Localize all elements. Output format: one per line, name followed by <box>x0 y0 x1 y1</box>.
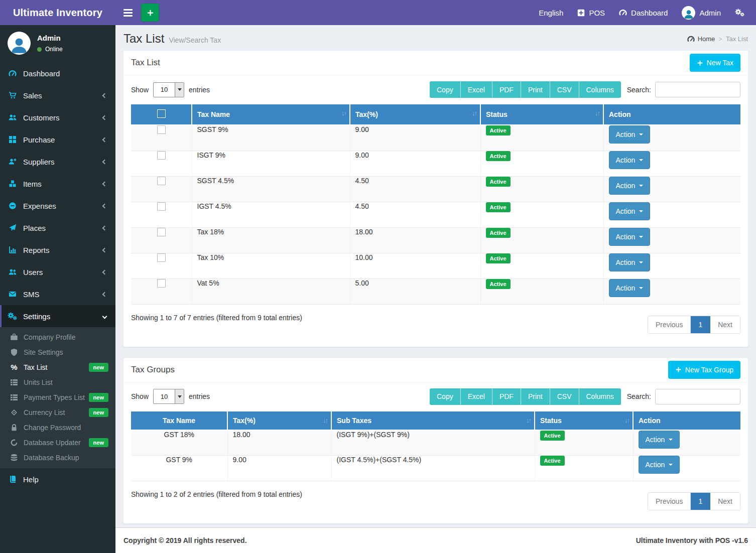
sidebar-item-items[interactable]: Items <box>0 173 115 195</box>
sort-icon[interactable]: ↓↑ <box>341 109 346 117</box>
table-row: Tax 18% 18.00 Active Action <box>131 227 740 253</box>
sidebar-item-reports[interactable]: Reports <box>0 239 115 261</box>
row-checkbox[interactable] <box>157 202 166 211</box>
sidebar-item-tax-list[interactable]: % Tax List new <box>0 360 115 375</box>
breadcrumb-home-link[interactable]: Home <box>687 35 715 43</box>
pos-link[interactable]: POS <box>570 0 612 25</box>
language-menu[interactable]: English <box>532 0 570 25</box>
sidebar-item-database-updater[interactable]: Database Updater new <box>0 435 115 450</box>
action-dropdown-button[interactable]: Action <box>639 431 680 449</box>
sidebar-item-label: Users <box>23 268 43 276</box>
row-checkbox[interactable] <box>157 125 166 134</box>
pagination: Previous 1 Next <box>648 492 740 510</box>
pagination-page-1[interactable]: 1 <box>691 316 710 333</box>
row-checkbox[interactable] <box>157 151 166 160</box>
sidebar-item-suppliers[interactable]: Suppliers <box>0 151 115 173</box>
sidebar-item-expenses[interactable]: Expenses <box>0 195 115 217</box>
csv-button[interactable]: CSV <box>550 388 579 405</box>
action-dropdown-button[interactable]: Action <box>609 125 651 144</box>
action-dropdown-button[interactable]: Action <box>609 253 651 271</box>
sidebar-item-places[interactable]: Places <box>0 217 115 239</box>
sidebar-item-company-profile[interactable]: Company Profile <box>0 330 115 345</box>
sidebar-item-units-list[interactable]: Units List <box>0 375 115 390</box>
column-header-action: Action <box>603 104 740 125</box>
columns-button[interactable]: Columns <box>579 388 621 405</box>
sort-icon[interactable]: ↓↑ <box>526 417 531 424</box>
tax-name-cell: IGST 4.5% <box>192 202 350 227</box>
row-checkbox[interactable] <box>157 253 166 262</box>
sidebar-item-users[interactable]: Users <box>0 261 115 283</box>
settings-menu[interactable] <box>728 0 752 25</box>
new-tax-group-button[interactable]: New Tax Group <box>668 361 740 379</box>
page-length-select[interactable]: 10 <box>153 389 184 404</box>
excel-button[interactable]: Excel <box>461 81 492 98</box>
print-button[interactable]: Print <box>521 388 550 405</box>
action-dropdown-button[interactable]: Action <box>609 228 651 246</box>
action-dropdown-button[interactable]: Action <box>639 456 680 474</box>
sidebar-toggle-icon[interactable] <box>121 6 135 20</box>
sidebar-item-database-backup[interactable]: Database Backup <box>0 450 115 465</box>
sidebar-item-customers[interactable]: Customers <box>0 106 115 128</box>
sidebar-item-payment-types-list[interactable]: Payment Types List new <box>0 390 115 405</box>
sidebar-item-settings[interactable]: Settings <box>0 305 115 327</box>
sidebar-item-change-password[interactable]: Change Password <box>0 420 115 435</box>
sidebar-item-sms[interactable]: SMS <box>0 283 115 305</box>
excel-button[interactable]: Excel <box>461 388 492 405</box>
chevron-down-icon <box>102 314 107 319</box>
sort-icon[interactable]: ↓↑ <box>472 109 476 117</box>
search-input[interactable] <box>655 82 740 97</box>
sidebar-item-site-settings[interactable]: Site Settings <box>0 345 115 360</box>
column-header-tax-name[interactable]: Tax Name↓↑ <box>192 104 350 125</box>
row-checkbox[interactable] <box>157 279 166 288</box>
sort-icon[interactable]: ↓↑ <box>323 417 327 424</box>
search-input[interactable] <box>655 389 740 404</box>
sidebar-item-sales[interactable]: Sales <box>0 84 115 106</box>
column-header-tax-name[interactable]: Tax Name <box>131 411 227 430</box>
app-logo[interactable]: Ultimate Inventory <box>0 0 115 25</box>
row-checkbox[interactable] <box>157 177 166 185</box>
avatar <box>8 32 31 55</box>
diamond-icon <box>10 408 19 417</box>
column-header-sub-taxes[interactable]: Sub Taxes↓↑ <box>331 411 535 430</box>
row-checkbox[interactable] <box>157 228 166 236</box>
page-length-select[interactable]: 10 <box>153 82 184 97</box>
action-dropdown-button[interactable]: Action <box>609 151 651 169</box>
sort-icon[interactable]: ↓↑ <box>595 109 599 117</box>
pagination-next[interactable]: Next <box>710 316 740 333</box>
pagination-next[interactable]: Next <box>710 493 740 510</box>
select-all-checkbox[interactable] <box>157 109 166 118</box>
search-label: Search: <box>627 392 651 400</box>
dashboard-link[interactable]: Dashboard <box>612 0 675 25</box>
pdf-button[interactable]: PDF <box>492 388 521 405</box>
pagination-previous[interactable]: Previous <box>648 316 691 333</box>
copy-button[interactable]: Copy <box>430 81 461 98</box>
action-dropdown-button[interactable]: Action <box>609 202 651 220</box>
user-menu[interactable]: Admin <box>675 0 728 25</box>
new-badge: new <box>89 393 108 402</box>
sidebar-item-dashboard[interactable]: Dashboard <box>0 62 115 84</box>
sort-icon[interactable]: ↓↑ <box>624 417 629 424</box>
column-header-tax-percent[interactable]: Tax(%)↓↑ <box>227 411 331 430</box>
action-dropdown-button[interactable]: Action <box>609 279 651 297</box>
pagination-page-1[interactable]: 1 <box>691 493 710 510</box>
action-dropdown-button[interactable]: Action <box>609 177 651 195</box>
columns-button[interactable]: Columns <box>579 81 621 98</box>
print-button[interactable]: Print <box>521 81 550 98</box>
column-header-tax-percent[interactable]: Tax(%)↓↑ <box>350 104 480 125</box>
sidebar-item-help[interactable]: Help <box>0 468 115 490</box>
new-tax-button[interactable]: New Tax <box>690 54 740 72</box>
pagination-previous[interactable]: Previous <box>648 493 691 510</box>
search-label: Search: <box>627 86 651 94</box>
copy-button[interactable]: Copy <box>430 388 461 405</box>
table-row: SGST 9% 9.00 Active Action <box>131 125 740 151</box>
sidebar-item-label: Settings <box>23 312 50 321</box>
show-label: Show <box>131 86 149 94</box>
column-header-status[interactable]: Status↓↑ <box>480 104 603 125</box>
sidebar-item-currency-list[interactable]: Currency List new <box>0 405 115 420</box>
csv-button[interactable]: CSV <box>550 81 579 98</box>
column-header-action: Action <box>633 411 740 430</box>
pdf-button[interactable]: PDF <box>492 81 521 98</box>
column-header-status[interactable]: Status↓↑ <box>535 411 633 430</box>
quick-add-button[interactable] <box>141 4 159 22</box>
sidebar-item-purchase[interactable]: Purchase <box>0 128 115 151</box>
